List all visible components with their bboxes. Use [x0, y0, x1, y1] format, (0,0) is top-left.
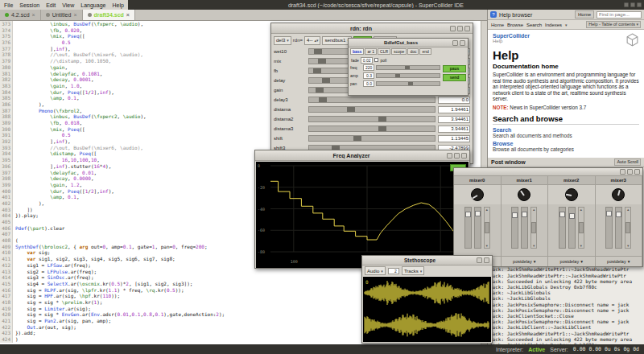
tab-4-2-scd[interactable]: 4.2.scd×	[0, 10, 41, 20]
send-button[interactable]: send	[443, 74, 466, 81]
param-slider[interactable]	[308, 126, 436, 132]
param-slider[interactable]	[308, 116, 436, 122]
scroll-up-icon[interactable]: ▲	[532, 208, 535, 212]
channel-slider[interactable]	[568, 207, 576, 249]
help-nav-home[interactable]: Home	[491, 23, 504, 27]
slider-handle[interactable]	[465, 212, 471, 217]
param-slider[interactable]	[376, 65, 440, 70]
menu-help[interactable]: Help	[112, 2, 123, 8]
note-text[interactable]: News in SuperCollider version 3.7	[510, 105, 586, 110]
minimize-icon[interactable]	[624, 2, 629, 7]
param-slider[interactable]	[308, 97, 436, 103]
channel-slider[interactable]	[615, 207, 622, 249]
close-icon[interactable]	[484, 257, 489, 263]
scroll-thumb[interactable]	[531, 222, 536, 233]
menu-file[interactable]: File	[4, 2, 13, 8]
tab-close-icon[interactable]: ×	[73, 12, 76, 18]
slider-handle[interactable]	[318, 59, 326, 64]
scroll-down-icon[interactable]: ▼	[626, 244, 630, 248]
tracks-select[interactable]: Tracks▾	[402, 266, 424, 275]
minimize-icon[interactable]	[477, 257, 482, 263]
count-spinner[interactable]: 4--▴▾	[304, 36, 320, 45]
fx-select[interactable]: del3▾	[274, 36, 291, 45]
close-icon[interactable]	[460, 40, 465, 46]
slider-handle[interactable]	[475, 211, 481, 216]
param-value[interactable]: 3.94461	[438, 116, 470, 123]
scroll-down-icon[interactable]: ▼	[532, 244, 535, 248]
fade-value[interactable]: 0.02	[361, 57, 374, 64]
channel-scrollbar[interactable]: ▲▼	[484, 207, 490, 249]
slider-handle[interactable]	[522, 212, 527, 217]
help-nav-indexes[interactable]: Indexes	[545, 23, 562, 27]
mixer-knob[interactable]	[565, 188, 578, 201]
slider-handle[interactable]	[322, 78, 330, 83]
param-slider[interactable]	[308, 135, 436, 142]
slider-handle[interactable]	[512, 212, 518, 218]
freq-analyzer-titlebar[interactable]: Freq Analyzer	[255, 150, 469, 161]
bass-button-ar1[interactable]: ar 1	[365, 48, 377, 55]
param-slider[interactable]	[376, 73, 440, 78]
help-nav-search[interactable]: Search	[526, 23, 542, 27]
scroll-thumb[interactable]	[485, 222, 489, 233]
find-in-page-input[interactable]	[597, 11, 642, 19]
postdelay-select[interactable]: postdelay▾	[502, 256, 548, 266]
minimize-icon[interactable]	[450, 26, 456, 31]
slider-handle[interactable]	[395, 74, 400, 77]
channel-slider[interactable]	[474, 207, 481, 249]
close-icon[interactable]	[634, 169, 640, 175]
scroll-down-icon[interactable]: ▼	[485, 244, 489, 248]
poll-checkbox[interactable]	[374, 58, 378, 62]
slider-handle[interactable]	[405, 66, 410, 69]
channel-count-box[interactable]: 2	[388, 268, 399, 274]
close-icon[interactable]	[464, 26, 470, 31]
tab-close-icon[interactable]: ×	[32, 12, 35, 18]
slider-handle[interactable]	[316, 88, 324, 93]
slider-handle[interactable]	[378, 126, 386, 131]
pause-button[interactable]: paus	[443, 65, 466, 72]
param-numbox[interactable]: 220	[363, 64, 374, 71]
bassgui-titlebar[interactable]: BdlefGui_bass	[349, 39, 468, 47]
slider-handle[interactable]	[408, 82, 413, 85]
param-numbox[interactable]: 0.3	[363, 72, 374, 79]
param-value[interactable]: 3.94461	[438, 126, 470, 133]
tab-close-icon[interactable]: ×	[126, 12, 130, 18]
menu-language[interactable]: Language	[80, 2, 105, 8]
param-numbox[interactable]: 0.0	[363, 80, 374, 87]
param-value[interactable]: 0.0	[438, 97, 470, 104]
browse-link[interactable]: Browse	[493, 141, 639, 146]
mixer-knob[interactable]	[612, 188, 625, 201]
param-slider[interactable]	[308, 106, 436, 113]
mixer-titlebar[interactable]	[454, 168, 642, 176]
channel-slider[interactable]	[521, 207, 528, 249]
slider-handle[interactable]	[606, 211, 612, 216]
search-link[interactable]: Search	[493, 127, 639, 133]
param-slider[interactable]	[376, 81, 440, 86]
bass-button-doc[interactable]: doc	[407, 48, 419, 55]
maximize-icon[interactable]	[457, 26, 463, 31]
postdelay-select[interactable]: postdelay▾	[596, 256, 642, 266]
stethoscope-titlebar[interactable]: Stethoscope	[362, 256, 492, 266]
menu-session[interactable]: Session	[19, 2, 39, 8]
postdelay-select[interactable]: postdelay▾	[548, 256, 595, 266]
slider-handle[interactable]	[319, 97, 327, 102]
minimize-icon[interactable]	[452, 40, 458, 46]
channel-slider[interactable]	[511, 207, 518, 249]
interpreter-status[interactable]: Active	[528, 347, 545, 352]
param-value[interactable]: 1.94461	[438, 106, 470, 113]
slider-handle[interactable]	[314, 49, 322, 54]
scroll-up-icon[interactable]: ▲	[485, 208, 489, 212]
bass-button-bass[interactable]: bass	[350, 48, 364, 55]
maximize-icon[interactable]	[454, 153, 460, 158]
close-icon[interactable]	[461, 153, 467, 158]
help-home-button[interactable]: Home	[575, 10, 594, 19]
tab-draft34-scd[interactable]: draft34.scd×	[83, 10, 135, 20]
slider-handle[interactable]	[347, 107, 355, 112]
rdn-titlebar[interactable]: rdn: rdn	[271, 23, 473, 34]
menu-edit[interactable]: Edit	[46, 2, 56, 8]
maximize-icon[interactable]	[627, 169, 633, 175]
bass-button-end[interactable]: end	[419, 48, 431, 55]
slider-handle[interactable]	[569, 213, 575, 219]
close-icon[interactable]	[637, 2, 642, 7]
scroll-thumb[interactable]	[625, 222, 630, 233]
maximize-icon[interactable]	[630, 2, 635, 7]
